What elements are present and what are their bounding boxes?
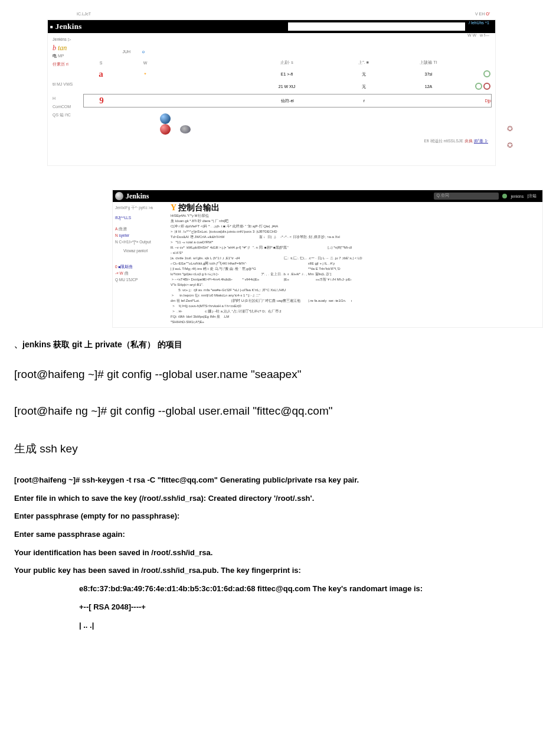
breadcrumb[interactable]: Jenkins ▷ (53, 35, 75, 44)
cell-b: r (332, 99, 397, 103)
rss-footer: Efi 祯溢拉 ntiSSLSJE 炎换 |B°基 1· (83, 138, 492, 148)
floating-icons: ✪✪ (507, 120, 513, 154)
sidebar-link-2[interactable]: A 曲澹 (115, 226, 165, 232)
noise-left: IC.LJcT (77, 12, 91, 16)
search-input[interactable] (288, 22, 465, 31)
job-row-1[interactable]: a * E1 >-fi 无 37sl (83, 69, 492, 79)
sidebar-link-1[interactable]: ifiJj^^LLS (115, 214, 165, 221)
job-table-head: S W 止剧· s 上″. ■ 上陂褊 TI (83, 60, 492, 66)
view-tabs: JUH o (83, 50, 492, 54)
weather-icon: * (144, 71, 146, 77)
keygen-line-4: Enter same passphrase again: (14, 527, 529, 542)
login-link[interactable]: / lehUhs ^1 (465, 20, 493, 33)
scale-noise: W W w f— (467, 33, 489, 37)
job-row-3[interactable]: 9 仙符-ei r Djp (83, 94, 492, 107)
new-item-link[interactable]: b tan (53, 44, 75, 52)
article-body: 、jenkins 获取 git 上 private（私有） 的项目 [root@… (12, 340, 531, 633)
jenkins-logo-icon (115, 192, 123, 200)
cell-b: 无 (331, 71, 396, 77)
col-w[interactable]: W (119, 61, 172, 65)
build-icon[interactable] (483, 70, 490, 77)
status-icon: a (99, 69, 103, 79)
keygen-line-1: [root@haifeng ~]# ssh-keygen -t rsa -C "… (14, 473, 529, 488)
sidebar-link-3[interactable]: N syeter (115, 232, 165, 239)
sidebar-link-6[interactable]: 0 ■限斯曲 (115, 263, 165, 270)
keygen-line-7: e8:fc:37:bd:9a:49:76:4e:d1:4b:b5:3c:01:6… (79, 582, 529, 597)
cell-a: 21 W XtJ (243, 84, 331, 89)
col-last-success[interactable]: 止剧· s (243, 60, 331, 66)
red-ball-icon (160, 124, 171, 135)
build-icon[interactable] (475, 83, 482, 90)
sidebar-link-7[interactable]: -« W 曲 (115, 270, 165, 276)
queue-label-2: H ComCOM QS 箱 i'tC (53, 94, 75, 119)
logo-square-icon: ■ (50, 24, 53, 30)
logout-link[interactable]: |注箱 (527, 193, 537, 199)
cell-a: E1 >-fi (243, 72, 331, 76)
cmd-line-2: [root@haife ng ~]# git config --global u… (14, 405, 529, 418)
section-title: 、jenkins 获取 git 上 private（私有） 的项目 (14, 340, 529, 350)
search-input[interactable]: Q.垒同 (434, 193, 499, 200)
sidebar: JenbdFg 干*· pyKc >a ifiJj^^LLS A 曲澹 N sy… (113, 202, 167, 327)
add-view-icon[interactable]: o (142, 50, 145, 54)
keygen-line-3: Enter passphrase (empty for no passphras… (14, 509, 529, 524)
brand-title: Jenkins (55, 22, 82, 31)
keygen-line-5: Your identification has been saved in /r… (14, 546, 529, 561)
sidebar-row-1[interactable]: 电 MP (53, 52, 75, 60)
console-title: Y 控制台输出 (171, 204, 539, 211)
console-log: HiSEp4At."t"*y M社:陨位 血 Iduan gk *.8Ti 眇 … (171, 213, 539, 325)
keygen-line-6: Your public key has been saved in /root/… (14, 563, 529, 578)
sidebar-link-8[interactable]: Q MU 15JCP (115, 276, 165, 283)
user-link[interactable]: jenkins (511, 194, 524, 198)
legend-balls (160, 113, 492, 135)
blue-ball-icon (160, 113, 171, 124)
header-bar: Jenkins Q.垒同 jenkins |注箱 (113, 190, 542, 202)
col-last-duration[interactable]: 上陂褊 TI (396, 60, 461, 66)
dashboard-main: W W w f— JUH o S W 止剧· s 上″. ■ 上陂褊 TI a (80, 33, 495, 165)
status-dot-icon (502, 194, 507, 198)
keygen-line-2: Enter file in which to save the key (/ro… (14, 491, 529, 506)
cmd-line-1: [root@haifeng ~]# git config --global us… (14, 368, 529, 381)
subheading-sshkey: 生成 ssh key (14, 441, 529, 457)
jenkins-dashboard-screenshot: ■ Jenkins / lehUhs ^1 Jenkins ▷ b tan 电 … (47, 19, 496, 166)
cell-b: 无 (331, 84, 396, 90)
jenkins-console-screenshot: Jenkins Q.垒同 jenkins |注箱 JenbdFg 干*· pyK… (112, 190, 543, 328)
sidebar-link-5[interactable]: Vicwaz panicrl (123, 247, 165, 254)
sidebar: Jenkins ▷ b tan 电 MP 任素历 ri til MJ VWS H… (48, 33, 80, 165)
cell-a: 仙符-ei (243, 98, 332, 104)
cell-d: Djp (462, 99, 491, 103)
rss-icon[interactable] (483, 83, 490, 90)
cell-c: 37sl (396, 72, 461, 76)
sidebar-link-4[interactable]: N C<H1I>*[*» Output (115, 239, 165, 245)
cell-c: 12A (396, 84, 461, 89)
tab-all[interactable]: JUH (83, 50, 130, 54)
header-bar: ■ Jenkins / lehUhs ^1 (48, 20, 495, 33)
col-last-fail[interactable]: 上″. ■ (331, 60, 396, 66)
breadcrumb[interactable]: JenbdFg 干*· pyKc >a (115, 204, 165, 211)
keygen-line-9: | .. .| (79, 618, 529, 633)
keygen-line-8: +--[ RSA 2048]----+ (79, 600, 529, 615)
sidebar-row-2[interactable]: 任素历 ri (53, 60, 75, 69)
cloud-icon (180, 125, 191, 133)
status-icon: 9 (99, 96, 104, 105)
ocr-noise-top: IC.LJcT V EH O' (12, 12, 531, 19)
col-s[interactable]: S (83, 61, 119, 65)
noise-right: V EH O' (475, 12, 490, 16)
queue-label-1: til MJ VWS (53, 80, 75, 89)
job-row-2[interactable]: 21 W XtJ 无 12A (83, 83, 492, 90)
brand-title: Jenkins (126, 192, 149, 201)
console-main: Y 控制台输出 HiSEp4At."t"*y M社:陨位 血 Iduan gk … (167, 202, 542, 327)
